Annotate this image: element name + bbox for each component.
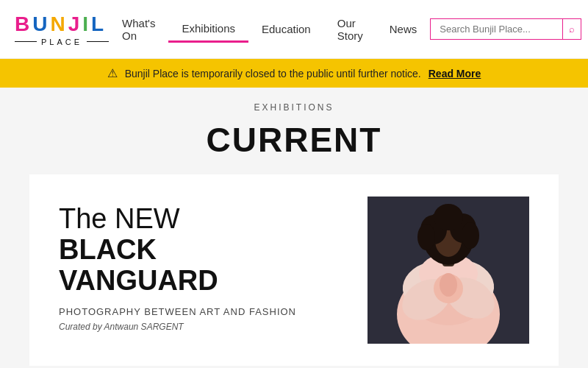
nav-item-news[interactable]: News bbox=[376, 17, 431, 41]
section-title: CURRENT bbox=[0, 120, 588, 160]
section-label: EXHIBITIONS bbox=[0, 102, 588, 113]
exhibition-curator: Curated by Antwaun SARGENT bbox=[59, 322, 338, 332]
alert-message: Bunjil Place is temporarily closed to th… bbox=[125, 68, 421, 79]
search-button[interactable]: ⌕ bbox=[562, 18, 581, 40]
logo-sub: PLACE bbox=[15, 38, 109, 46]
nav-item-whats-on[interactable]: What's On bbox=[109, 11, 168, 48]
nav-item-our-story[interactable]: Our Story bbox=[324, 11, 376, 48]
main-nav: What's On Exhibitions Education Our Stor… bbox=[109, 11, 430, 48]
exhibition-title-line3: VANGUARD bbox=[59, 265, 218, 296]
exhibition-text: The NEW BLACK VANGUARD PHOTOGRAPHY betwe… bbox=[59, 197, 338, 332]
logo[interactable]: BUNJIL PLACE bbox=[15, 13, 109, 46]
header: BUNJIL PLACE What's On Exhibitions Educa… bbox=[0, 0, 588, 59]
nav-item-education[interactable]: Education bbox=[248, 17, 324, 41]
exhibition-title-line1: The NEW bbox=[59, 203, 180, 234]
svg-point-16 bbox=[417, 224, 435, 250]
exhibition-title-line2: BLACK bbox=[59, 234, 157, 265]
logo-place-text: PLACE bbox=[41, 38, 82, 46]
svg-point-9 bbox=[440, 273, 457, 297]
nav-item-exhibitions[interactable]: Exhibitions bbox=[168, 16, 248, 43]
alert-read-more-link[interactable]: Read More bbox=[429, 68, 481, 79]
svg-point-15 bbox=[434, 204, 463, 230]
svg-point-17 bbox=[462, 222, 479, 249]
logo-wordmark: BUNJIL bbox=[15, 13, 107, 36]
alert-icon: ⚠ bbox=[107, 66, 118, 80]
search-area: ⌕ bbox=[430, 18, 581, 40]
exhibition-image bbox=[368, 197, 529, 344]
alert-bar: ⚠ Bunjil Place is temporarily closed to … bbox=[0, 59, 588, 88]
main-content: EXHIBITIONS CURRENT The NEW BLACK VANGUA… bbox=[0, 88, 588, 366]
exhibition-title: The NEW BLACK VANGUARD bbox=[59, 204, 338, 296]
search-input[interactable] bbox=[430, 18, 562, 40]
exhibition-card: The NEW BLACK VANGUARD PHOTOGRAPHY betwe… bbox=[29, 174, 559, 366]
exhibition-subtitle: PHOTOGRAPHY between ART and FASHION bbox=[59, 306, 338, 317]
